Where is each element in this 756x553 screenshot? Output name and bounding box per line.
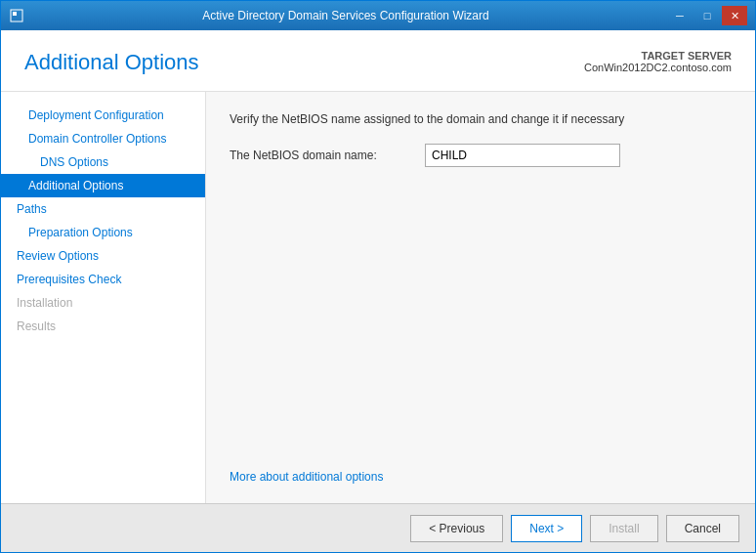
sidebar-item-deployment-configuration[interactable]: Deployment Configuration [1, 104, 205, 127]
sidebar-item-paths[interactable]: Paths [1, 197, 205, 221]
netbios-input[interactable] [425, 144, 620, 167]
target-server-label: TARGET SERVER [642, 50, 733, 62]
install-button[interactable]: Install [590, 515, 657, 542]
window-icon [9, 8, 24, 23]
maximize-button[interactable]: □ [694, 6, 720, 25]
window-controls: ─ □ ✕ [667, 6, 747, 25]
sidebar-item-prerequisites-check[interactable]: Prerequisites Check [1, 268, 205, 291]
content-panel: Verify the NetBIOS name assigned to the … [206, 92, 755, 503]
netbios-label: The NetBIOS domain name: [230, 149, 425, 162]
next-button[interactable]: Next > [511, 515, 582, 542]
title-bar: Active Directory Domain Services Configu… [1, 1, 755, 30]
svg-rect-1 [13, 12, 17, 16]
page-header: Additional Options TARGET SERVER ConWin2… [1, 30, 755, 92]
target-server-info: TARGET SERVER ConWin2012DC2.contoso.com [584, 50, 732, 73]
more-info-link[interactable]: More about additional options [230, 470, 732, 484]
target-server-name: ConWin2012DC2.contoso.com [584, 62, 732, 73]
content-description: Verify the NetBIOS name assigned to the … [230, 111, 732, 128]
cancel-button[interactable]: Cancel [666, 515, 739, 542]
previous-button[interactable]: < Previous [410, 515, 503, 542]
window-title: Active Directory Domain Services Configu… [24, 9, 667, 22]
sidebar-nav: Deployment Configuration Domain Controll… [1, 92, 206, 503]
sidebar-item-preparation-options[interactable]: Preparation Options [1, 221, 205, 244]
sidebar-item-results: Results [1, 315, 205, 338]
page-title: Additional Options [24, 50, 199, 75]
sidebar-item-domain-controller-options[interactable]: Domain Controller Options [1, 127, 205, 150]
main-content: Additional Options TARGET SERVER ConWin2… [1, 30, 755, 552]
footer: < Previous Next > Install Cancel [1, 503, 755, 552]
sidebar-item-dns-options[interactable]: DNS Options [1, 150, 205, 174]
minimize-button[interactable]: ─ [667, 6, 693, 25]
content-spacer [230, 179, 732, 470]
close-button[interactable]: ✕ [722, 6, 747, 25]
sidebar-item-installation: Installation [1, 291, 205, 315]
sidebar-item-review-options[interactable]: Review Options [1, 244, 205, 268]
netbios-form-row: The NetBIOS domain name: [230, 144, 732, 167]
body-area: Deployment Configuration Domain Controll… [1, 92, 755, 503]
wizard-window: Active Directory Domain Services Configu… [0, 0, 756, 553]
sidebar-item-additional-options[interactable]: Additional Options [1, 174, 205, 197]
